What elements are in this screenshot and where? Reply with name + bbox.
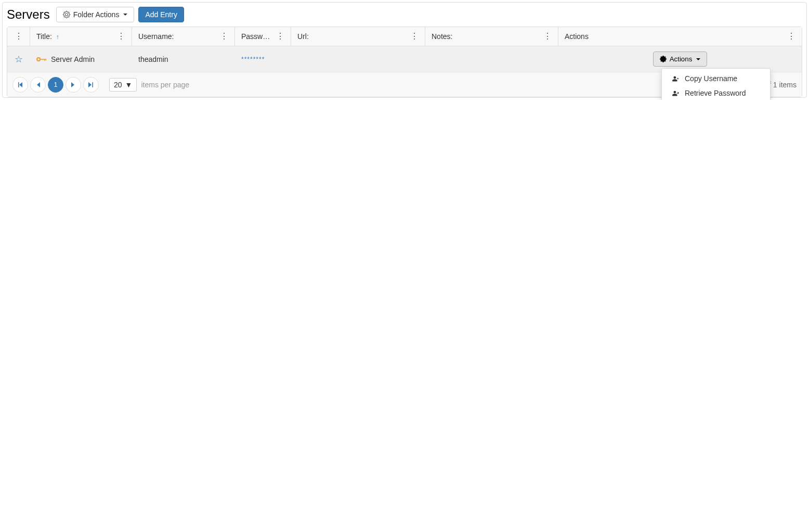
page-size-selector[interactable]: 20 ▼ items per page (109, 78, 189, 92)
kebab-icon[interactable]: ⋮ (117, 32, 125, 41)
svg-rect-4 (46, 59, 47, 60)
column-username[interactable]: Username: ⋮ (132, 27, 235, 46)
pager-first-button[interactable] (12, 77, 28, 93)
column-title-label: Title: (36, 32, 52, 41)
kebab-icon[interactable]: ⋮ (276, 32, 284, 41)
menu-label: Copy Username (685, 74, 737, 83)
actions-dropdown: Copy Username Retrieve Password ✎ Edit ✥… (661, 68, 771, 100)
pager-prev-button[interactable] (30, 77, 46, 93)
row-actions-button[interactable]: Actions (653, 51, 708, 67)
column-password[interactable]: Passw… ⋮ (235, 27, 291, 46)
entries-grid: ⋮ Title: ↑ ⋮ Username: ⋮ Passw… ⋮ Url: ⋮ (7, 27, 802, 97)
column-title[interactable]: Title: ↑ ⋮ (30, 27, 132, 46)
caret-down-icon (696, 58, 700, 60)
table-row[interactable]: ☆ Server Admin theadmin ******** (7, 46, 802, 72)
kebab-icon[interactable]: ⋮ (410, 32, 419, 41)
pager-next-button[interactable] (66, 77, 81, 93)
svg-rect-3 (44, 59, 45, 61)
grid-header: ⋮ Title: ↑ ⋮ Username: ⋮ Passw… ⋮ Url: ⋮ (7, 27, 802, 46)
sort-asc-icon: ↑ (56, 33, 59, 41)
folder-actions-label: Folder Actions (73, 10, 120, 19)
copy-user-icon (672, 75, 680, 82)
menu-label: Retrieve Password (685, 89, 746, 97)
menu-copy-username[interactable]: Copy Username (662, 71, 770, 86)
actions-button-label: Actions (670, 55, 693, 63)
svg-point-1 (38, 58, 40, 60)
caret-down-icon: ▼ (125, 81, 133, 89)
items-per-page-label: items per page (141, 81, 189, 89)
row-password-mask[interactable]: ******** (241, 56, 265, 63)
kebab-icon[interactable]: ⋮ (220, 32, 228, 41)
column-username-label: Username: (138, 32, 174, 41)
column-actions-label: Actions (565, 32, 589, 41)
column-password-label: Passw… (241, 32, 270, 41)
retrieve-password-icon (672, 90, 680, 97)
column-actions: Actions ⋮ (558, 27, 802, 46)
pager-last-button[interactable] (83, 77, 99, 93)
svg-rect-2 (41, 59, 46, 60)
add-entry-button[interactable]: Add Entry (138, 7, 184, 22)
menu-retrieve-password[interactable]: Retrieve Password (662, 86, 770, 100)
column-notes[interactable]: Notes: ⋮ (425, 27, 558, 46)
row-username: theadmin (138, 55, 168, 63)
kebab-icon[interactable]: ⋮ (543, 32, 552, 41)
row-title: Server Admin (51, 55, 95, 63)
pager-page-1[interactable]: 1 (48, 77, 63, 93)
column-handle: ⋮ (7, 27, 30, 46)
kebab-icon[interactable]: ⋮ (15, 32, 23, 41)
gear-icon (660, 56, 667, 62)
kebab-icon[interactable]: ⋮ (787, 32, 795, 41)
column-notes-label: Notes: (432, 32, 452, 41)
caret-down-icon (123, 14, 127, 16)
page-size-value: 20 (114, 81, 122, 89)
gear-icon (63, 11, 70, 18)
column-url-label: Url: (297, 32, 309, 41)
column-url[interactable]: Url: ⋮ (291, 27, 425, 46)
star-icon[interactable]: ☆ (15, 54, 23, 65)
page-title: Servers (7, 7, 50, 22)
pager: 1 (12, 77, 99, 93)
folder-actions-button[interactable]: Folder Actions (56, 7, 135, 22)
key-icon (36, 56, 47, 63)
